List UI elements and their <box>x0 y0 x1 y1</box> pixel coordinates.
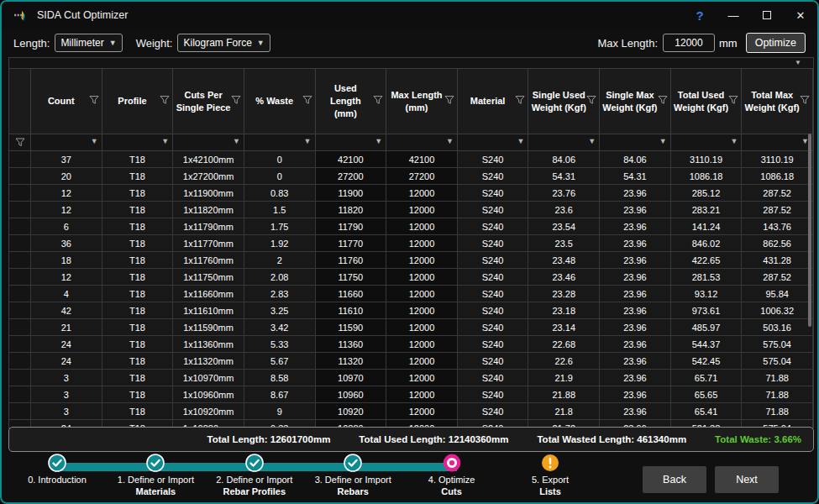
cell-single-used-weight-kgf[interactable]: 23.76 <box>528 185 600 202</box>
wizard-step-4[interactable]: 4. OptimizeCuts <box>406 454 498 498</box>
column-header-used-length-mm[interactable]: Used Length (mm) <box>316 69 387 134</box>
cell-used-length-mm[interactable]: 11760 <box>316 252 387 269</box>
cell-count[interactable]: 36 <box>31 235 102 252</box>
cell-used-length-mm[interactable]: 10970 <box>316 370 387 386</box>
row-selector-cell[interactable] <box>9 235 31 252</box>
row-selector-cell[interactable] <box>9 319 31 336</box>
column-header-cuts-per-single-piece[interactable]: Cuts Per Single Piece <box>173 69 244 134</box>
filter-cell-waste[interactable]: ▼ <box>244 134 316 151</box>
cell-single-max-weight-kgf[interactable]: 23.96 <box>600 403 671 420</box>
cell-total-max-weight-kgf[interactable]: 71.88 <box>742 370 813 386</box>
cell-total-max-weight-kgf[interactable]: 287.52 <box>742 185 813 202</box>
row-selector-cell[interactable] <box>9 403 31 420</box>
cell-cuts-per-single-piece[interactable]: 1x11770mm <box>173 235 244 252</box>
column-header-waste[interactable]: % Waste <box>244 69 316 134</box>
table-row[interactable]: 12T181x11900mm0.831190012000S24023.7623.… <box>9 185 813 202</box>
cell-total-used-weight-kgf[interactable]: 846.02 <box>671 235 743 252</box>
cell-waste[interactable]: 8.58 <box>244 370 316 386</box>
table-row[interactable]: 42T181x11610mm3.251161012000S24023.1823.… <box>9 302 813 319</box>
cell-total-max-weight-kgf[interactable]: 1006.32 <box>742 302 813 319</box>
cell-waste[interactable]: 0 <box>244 151 316 168</box>
filter-row-header[interactable] <box>9 134 31 151</box>
cell-max-length-mm[interactable]: 12000 <box>386 218 458 235</box>
cell-material[interactable]: S240 <box>458 386 529 403</box>
cell-total-max-weight-kgf[interactable]: 71.88 <box>742 386 813 403</box>
minimize-icon[interactable]: — <box>717 3 750 28</box>
filter-cell-profile[interactable]: ▼ <box>102 134 174 151</box>
filter-funnel-icon[interactable] <box>444 95 454 104</box>
table-row[interactable]: 36T181x11770mm1.921177012000S24023.523.9… <box>9 235 813 252</box>
cell-total-used-weight-kgf[interactable]: 1086.18 <box>671 168 743 185</box>
cell-total-max-weight-kgf[interactable]: 575.04 <box>742 336 813 353</box>
maximize-icon[interactable] <box>750 3 784 28</box>
cell-max-length-mm[interactable]: 27200 <box>386 168 458 185</box>
cell-used-length-mm[interactable]: 11660 <box>316 286 387 302</box>
cell-waste[interactable]: 5.67 <box>244 353 316 370</box>
cell-profile[interactable]: T18 <box>102 218 174 235</box>
cell-cuts-per-single-piece[interactable]: 1x10970mm <box>173 370 244 386</box>
cell-single-max-weight-kgf[interactable]: 23.96 <box>600 185 671 202</box>
cell-used-length-mm[interactable]: 27200 <box>316 168 387 185</box>
cell-waste[interactable]: 1.92 <box>244 235 316 252</box>
cell-count[interactable]: 3 <box>31 403 102 420</box>
cell-max-length-mm[interactable]: 12000 <box>386 386 458 403</box>
table-row[interactable]: 12T181x11820mm1.51182012000S24023.623.96… <box>9 202 813 218</box>
cell-single-max-weight-kgf[interactable]: 84.06 <box>600 151 671 168</box>
cell-total-used-weight-kgf[interactable]: 141.24 <box>671 218 743 235</box>
cell-waste[interactable]: 3.42 <box>244 319 316 336</box>
cell-count[interactable]: 12 <box>31 185 102 202</box>
cell-material[interactable]: S240 <box>458 151 529 168</box>
row-selector-cell[interactable] <box>9 185 31 202</box>
cell-max-length-mm[interactable]: 12000 <box>386 235 458 252</box>
cell-material[interactable]: S240 <box>458 336 529 353</box>
filter-funnel-icon[interactable] <box>728 95 738 104</box>
cell-total-max-weight-kgf[interactable]: 143.76 <box>742 218 813 235</box>
cell-total-used-weight-kgf[interactable]: 544.37 <box>671 336 743 353</box>
column-header-max-length-mm[interactable]: Max Length (mm) <box>386 69 458 134</box>
cell-total-used-weight-kgf[interactable]: 973.61 <box>671 302 743 319</box>
cell-single-used-weight-kgf[interactable]: 21.88 <box>528 386 600 403</box>
cell-count[interactable]: 12 <box>31 269 102 286</box>
cell-single-used-weight-kgf[interactable]: 21.8 <box>528 403 600 420</box>
cell-single-max-weight-kgf[interactable]: 23.96 <box>600 202 671 218</box>
cell-cuts-per-single-piece[interactable]: 1x11360mm <box>173 336 244 353</box>
cell-cuts-per-single-piece[interactable]: 1x10920mm <box>173 403 244 420</box>
cell-waste[interactable]: 0.83 <box>244 185 316 202</box>
cell-single-max-weight-kgf[interactable]: 23.96 <box>600 319 671 336</box>
cell-cuts-per-single-piece[interactable]: 1x42100mm <box>173 151 244 168</box>
cell-single-max-weight-kgf[interactable]: 23.96 <box>600 286 671 302</box>
cell-single-used-weight-kgf[interactable]: 23.6 <box>528 202 600 218</box>
column-header-count[interactable]: Count <box>31 69 102 134</box>
cell-material[interactable]: S240 <box>458 370 529 386</box>
cell-total-used-weight-kgf[interactable]: 93.12 <box>671 286 743 302</box>
cell-max-length-mm[interactable]: 42100 <box>386 151 458 168</box>
cell-count[interactable]: 24 <box>31 353 102 370</box>
cell-single-max-weight-kgf[interactable]: 23.96 <box>600 386 671 403</box>
table-row[interactable]: 24T181x11320mm5.671132012000S24022.623.9… <box>9 353 813 370</box>
row-selector-cell[interactable] <box>9 151 31 168</box>
row-selector-cell[interactable] <box>9 302 31 319</box>
cell-total-used-weight-kgf[interactable]: 542.45 <box>671 353 743 370</box>
cell-waste[interactable]: 9 <box>244 403 316 420</box>
cell-single-max-weight-kgf[interactable]: 23.96 <box>600 235 671 252</box>
cell-used-length-mm[interactable]: 11590 <box>316 319 387 336</box>
cell-total-max-weight-kgf[interactable]: 431.28 <box>742 252 813 269</box>
cell-waste[interactable]: 2.08 <box>244 269 316 286</box>
cell-material[interactable]: S240 <box>458 185 529 202</box>
cell-profile[interactable]: T18 <box>102 403 174 420</box>
cell-cuts-per-single-piece[interactable]: 1x11610mm <box>173 302 244 319</box>
filter-cell-total-used-weight-kgf[interactable]: ▼ <box>671 134 743 151</box>
row-selector-cell[interactable] <box>9 269 31 286</box>
cell-profile[interactable]: T18 <box>102 353 174 370</box>
row-selector-cell[interactable] <box>9 252 31 269</box>
cell-waste[interactable]: 1.75 <box>244 218 316 235</box>
column-header-single-used-weight-kgf[interactable]: Single Used Weight (Kgf) <box>528 69 600 134</box>
cell-single-used-weight-kgf[interactable]: 21.9 <box>528 370 600 386</box>
cell-single-used-weight-kgf[interactable]: 23.48 <box>528 252 600 269</box>
filter-cell-single-max-weight-kgf[interactable]: ▼ <box>600 134 671 151</box>
cell-material[interactable]: S240 <box>458 218 529 235</box>
cell-cuts-per-single-piece[interactable]: 1x11750mm <box>173 269 244 286</box>
cell-profile[interactable]: T18 <box>102 252 174 269</box>
filter-funnel-icon[interactable] <box>231 95 241 104</box>
filter-cell-cuts-per-single-piece[interactable]: ▼ <box>173 134 244 151</box>
